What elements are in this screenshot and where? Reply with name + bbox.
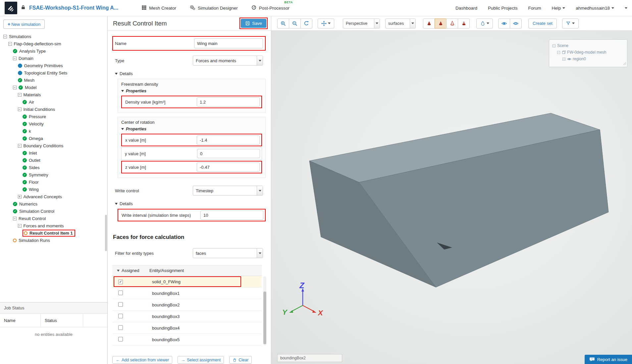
assigned-column-header[interactable]: Assigned (112, 268, 149, 273)
nav-simulation-designer[interactable]: Simulation Designer (189, 5, 238, 12)
table-row-solid-0-fwing[interactable]: ✓solid_0_FWing (112, 276, 262, 288)
write-details-toggle[interactable]: Details (115, 201, 271, 206)
tree-item-advanced-concepts[interactable]: +Advanced Concepts (0, 193, 107, 200)
checkbox-boundingbox1[interactable] (118, 291, 123, 295)
tree-item-air[interactable]: ✓Air (0, 98, 107, 106)
nav-post-processor[interactable]: BETA Post-Processor (251, 5, 290, 11)
tree-item-result-control-item-1[interactable]: Result Control Item 1 (0, 229, 107, 237)
filter-tool-button[interactable] (562, 19, 579, 28)
entity-filter-select[interactable]: faces (193, 248, 263, 258)
tree-item-simulation-runs[interactable]: Simulation Runs (0, 237, 107, 244)
zoom-out-button[interactable] (289, 19, 301, 28)
tree-item-inlet[interactable]: ✓Inlet (0, 149, 107, 157)
nav-help-menu[interactable]: Help (552, 6, 565, 11)
show-entity-button[interactable] (498, 19, 510, 28)
table-scrollbar-track[interactable] (263, 276, 266, 345)
clear-button[interactable]: Clear (229, 356, 252, 364)
tree-item-velocity[interactable]: ✓Velocity (0, 120, 107, 127)
density-input[interactable] (197, 97, 260, 107)
table-row-boundingbox5[interactable]: boundingBox5 (112, 334, 262, 345)
collapse-icon[interactable]: − (18, 224, 22, 228)
tree-item-sides[interactable]: ✓Sides (0, 164, 107, 171)
color-tool-button[interactable] (476, 19, 493, 28)
tree-item-initial-conditions[interactable]: −Initial Conditions (0, 106, 107, 113)
scene-tree-region[interactable]: + region0 (553, 56, 624, 62)
select-assignment-button[interactable]: → Select assignment (178, 356, 224, 364)
tree-item-domain[interactable]: −Domain (0, 55, 107, 62)
tree-item-model[interactable]: −✓Model (0, 84, 107, 91)
x-value-input[interactable] (197, 135, 260, 145)
collapse-icon[interactable]: − (8, 42, 12, 46)
clip-cone-solid-button[interactable] (423, 19, 435, 28)
projection-select[interactable]: Perspective (343, 19, 380, 28)
tree-item-mesh[interactable]: ✓Mesh (0, 76, 107, 84)
project-title[interactable]: FSAE-Workshop-S1-Front Wing A... (29, 5, 118, 11)
nav-forum[interactable]: Forum (528, 6, 541, 11)
checkbox-boundingbox5[interactable] (118, 337, 123, 341)
hide-entity-button[interactable] (510, 19, 522, 28)
tree-item-omega[interactable]: ✓Omega (0, 135, 107, 142)
details-section-toggle[interactable]: Details (115, 71, 271, 76)
zoom-in-button[interactable] (277, 19, 289, 28)
table-scrollbar-thumb[interactable] (263, 292, 266, 344)
collapse-icon[interactable]: − (553, 44, 555, 47)
table-row-boundingbox2[interactable]: boundingBox2 (112, 299, 262, 311)
render-mode-select[interactable]: surfaces (385, 19, 416, 28)
collapse-icon[interactable]: − (13, 86, 17, 89)
tree-item-wing[interactable]: ✓Wing (0, 186, 107, 193)
tree-item-simulations[interactable]: −Simulations (0, 33, 107, 40)
nav-overflow-menu[interactable] (625, 7, 627, 9)
table-row-boundingbox4[interactable]: boundingBox4 (112, 322, 262, 334)
table-row-boundingbox1[interactable]: boundingBox1 (112, 288, 262, 299)
expand-icon[interactable]: + (562, 58, 565, 61)
expand-icon[interactable]: + (18, 195, 22, 199)
pan-tool-button[interactable] (318, 19, 334, 28)
nav-public-projects[interactable]: Public Projects (488, 6, 517, 11)
clip-cone-active-button[interactable] (435, 19, 447, 28)
checkbox-boundingbox3[interactable] (118, 314, 123, 318)
name-input[interactable] (194, 38, 263, 48)
tree-item-boundary-conditions[interactable]: −Boundary Conditions (0, 142, 107, 149)
tree-item-numerics[interactable]: ✓Numerics (0, 200, 107, 207)
collapse-icon[interactable]: − (18, 144, 22, 148)
z-value-input[interactable] (197, 162, 260, 172)
tree-item-flap-0deg-deflection-sim[interactable]: −Flap-0deg-deflection-sim (0, 40, 107, 47)
properties-toggle[interactable]: Properties (121, 89, 262, 93)
y-value-input[interactable] (197, 149, 260, 158)
write-interval-input[interactable] (200, 210, 263, 220)
tree-item-analysis-type[interactable]: ✓Analysis Type (0, 47, 107, 55)
entity-column-header[interactable]: Entity/Assignment (149, 268, 262, 273)
fit-view-button[interactable] (300, 19, 312, 28)
table-row-boundingbox3[interactable]: boundingBox3 (112, 311, 262, 322)
add-selection-button[interactable]: ← Add selection from viewer (112, 356, 172, 364)
tree-item-forces-and-moments[interactable]: −Forces and moments (0, 222, 107, 229)
collapse-icon[interactable]: − (13, 217, 17, 220)
nav-dashboard[interactable]: Dashboard (455, 6, 477, 11)
tree-item-outlet[interactable]: ✓Outlet (0, 157, 107, 164)
create-set-button[interactable]: Create set (528, 19, 557, 28)
tree-item-simulation-control[interactable]: ✓Simulation Control (0, 207, 107, 215)
collapse-icon[interactable]: − (18, 93, 22, 97)
tree-item-floor[interactable]: ✓Floor (0, 178, 107, 186)
properties-toggle[interactable]: Properties (121, 127, 262, 131)
scene-tree-root[interactable]: − Scene (553, 42, 624, 49)
tree-item-k[interactable]: ✓k (0, 127, 107, 135)
checkbox-boundingbox2[interactable] (118, 302, 123, 307)
collapse-icon[interactable]: − (557, 51, 560, 54)
tree-item-materials[interactable]: −Materials (0, 91, 107, 98)
collapse-icon[interactable]: − (18, 108, 22, 111)
simscale-logo[interactable] (5, 2, 17, 14)
tree-item-topological-entity-sets[interactable]: Topological Entity Sets (0, 69, 107, 76)
eye-icon[interactable] (567, 57, 571, 61)
collapse-icon[interactable]: − (3, 35, 7, 38)
save-button[interactable]: Save (241, 19, 266, 28)
tree-item-symmetry[interactable]: ✓Symmetry (0, 171, 107, 178)
checkbox-boundingbox4[interactable] (118, 325, 123, 330)
tree-item-geometry-primitives[interactable]: Geometry Primitives (0, 62, 107, 69)
write-control-select[interactable]: Timestep (193, 186, 263, 196)
tree-item-result-control[interactable]: −Result Control (0, 215, 107, 222)
type-select[interactable]: Forces and moments (193, 56, 263, 66)
resize-handle-icon[interactable] (623, 62, 626, 66)
clip-cone-outline-button[interactable] (446, 19, 458, 28)
tree-item-pressure[interactable]: ✓Pressure (0, 113, 107, 120)
